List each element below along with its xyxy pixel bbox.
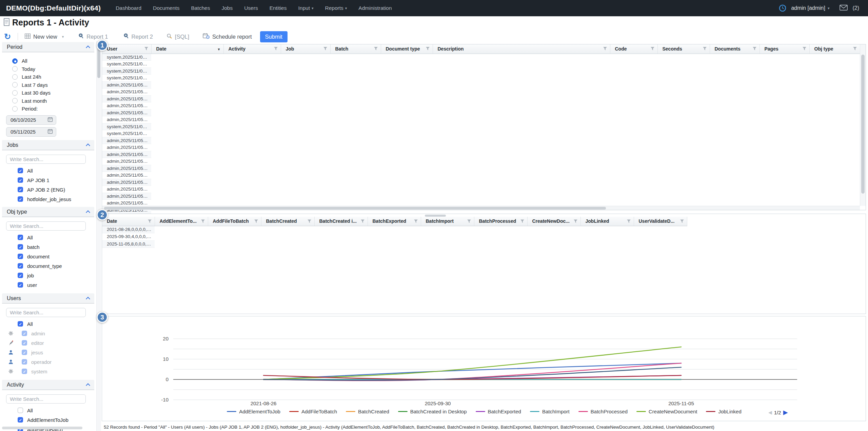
filter-icon[interactable] xyxy=(650,47,655,51)
column-header[interactable]: AddElementTo... xyxy=(155,217,208,226)
checkbox[interactable] xyxy=(18,417,23,423)
column-header[interactable]: BatchCreated i... xyxy=(314,217,368,226)
user-menu[interactable]: admin [admin] ▾ xyxy=(791,5,829,11)
jobs-filter-item[interactable]: All xyxy=(2,166,94,175)
filter-icon[interactable] xyxy=(144,47,149,51)
filter-icon[interactable] xyxy=(802,47,807,51)
checkbox[interactable] xyxy=(18,321,23,327)
table-row[interactable]: system,2025/11/05 11:23:38,BatchProcesse… xyxy=(102,130,860,137)
filter-icon[interactable] xyxy=(201,219,205,223)
filter-icon[interactable] xyxy=(603,47,607,51)
table-row[interactable]: 2021-08-26,0,0,0,0,0,0,0,0,2,0 xyxy=(102,226,687,233)
legend-item[interactable]: AddFileToBatch xyxy=(289,409,337,414)
filter-icon[interactable] xyxy=(307,219,312,223)
radio-button[interactable] xyxy=(12,74,18,80)
table-row[interactable]: admin,2025/11/05 11:26:02,AddElementToJo… xyxy=(102,95,860,102)
table-row[interactable]: system,2025/11/05 11:23:38,BatchProcesse… xyxy=(102,123,860,130)
activity-search-input[interactable] xyxy=(6,394,86,404)
nav-item[interactable]: Batches ▾ xyxy=(191,5,210,11)
obj-type-filter-item[interactable]: batch xyxy=(2,242,94,252)
obj-type-filter-item[interactable]: user xyxy=(2,280,94,290)
period-option[interactable]: Last 30 days xyxy=(2,89,94,97)
legend-item[interactable]: BatchImport xyxy=(530,409,570,414)
filter-icon[interactable] xyxy=(680,219,684,223)
users-filter-item[interactable]: jesus xyxy=(2,348,94,357)
calendar-icon[interactable] xyxy=(47,129,53,135)
chevron-up-icon[interactable] xyxy=(86,45,90,50)
jobs-filter-item[interactable]: AP JOB 1 xyxy=(2,175,94,185)
table-horizontal-scrollbar[interactable] xyxy=(102,206,860,210)
period-option[interactable]: All xyxy=(2,57,94,65)
filter-icon[interactable] xyxy=(853,47,857,51)
obj-type-filter-item[interactable]: job xyxy=(2,271,94,280)
legend-item[interactable]: BatchExported xyxy=(476,409,521,414)
table-row[interactable]: admin,2025/11/05 11:26:01,CreateNewDocum… xyxy=(102,102,860,110)
legend-item[interactable]: BatchProcessed xyxy=(578,409,628,414)
table-row[interactable]: admin,2025/11/05 11:26:02,CreateNewDocum… xyxy=(102,81,860,89)
obj-type-filter-item[interactable]: All xyxy=(2,233,94,242)
period-option[interactable]: Last month xyxy=(2,97,94,105)
period-option[interactable]: Last 24h xyxy=(2,73,94,81)
table-row[interactable]: admin,2025/11/05 11:26:02,CreateNewDocum… xyxy=(102,89,860,96)
table-row[interactable]: admin,2025/11/05 11:23:08,AddElementToJo… xyxy=(102,193,860,200)
schedule-report-button[interactable]: Schedule report xyxy=(203,33,252,40)
column-header[interactable]: BatchImport xyxy=(421,217,474,226)
period-option[interactable]: Today xyxy=(2,65,94,73)
submit-button[interactable]: Submit xyxy=(260,31,288,42)
table-row[interactable]: 2025-11-05,8,0,0,0,2,0,8,16,2,6 xyxy=(102,240,687,248)
scrollbar-thumb[interactable] xyxy=(104,207,606,210)
legend-item[interactable]: BatchCreated xyxy=(346,409,389,414)
checkbox[interactable] xyxy=(22,350,27,355)
period-section-header[interactable]: Period xyxy=(2,42,94,52)
filter-icon[interactable] xyxy=(752,47,757,51)
legend-next-icon[interactable]: ▶ xyxy=(783,409,788,416)
column-header[interactable]: Obj type ▼ xyxy=(809,44,860,54)
column-header[interactable]: User ▼ xyxy=(102,44,151,54)
column-header[interactable]: Pages ▼ xyxy=(760,44,809,54)
nav-item[interactable]: Dashboard ▾ xyxy=(116,5,141,11)
filter-icon[interactable] xyxy=(323,47,328,51)
table-row[interactable]: admin,2025/11/05 11:23:08,CreateNewDocum… xyxy=(102,179,860,186)
filter-icon[interactable] xyxy=(573,219,578,223)
checkbox[interactable] xyxy=(18,408,23,413)
filter-icon[interactable] xyxy=(254,219,258,223)
filter-icon[interactable] xyxy=(426,47,430,51)
chevron-up-icon[interactable] xyxy=(86,210,90,215)
period-option[interactable]: Last 7 days xyxy=(2,81,94,89)
radio-button[interactable] xyxy=(12,90,18,96)
filter-icon[interactable] xyxy=(467,219,471,223)
table-row[interactable]: admin,2025/11/05 11:23:08,CreateNewDocum… xyxy=(102,165,860,172)
table-row[interactable]: 2025-09-30,4,0,0,0,0,0,0,4,0,0 xyxy=(102,233,687,241)
table-row[interactable]: system,2025/11/05 11:40:06,BatchExported… xyxy=(102,61,860,68)
checkbox[interactable] xyxy=(22,340,27,346)
mail-icon[interactable] xyxy=(840,5,848,12)
chevron-up-icon[interactable] xyxy=(86,383,90,388)
column-header[interactable]: Document type ▼ xyxy=(381,44,433,54)
column-header[interactable]: JobLinked xyxy=(580,217,634,226)
filter-icon[interactable] xyxy=(360,219,365,223)
users-search-input[interactable] xyxy=(6,308,86,317)
column-header[interactable]: Date xyxy=(102,217,155,226)
column-header[interactable]: Code ▼ xyxy=(610,44,657,54)
report-1-button[interactable]: Report 1 xyxy=(78,33,108,40)
obj-type-filter-item[interactable]: document_type xyxy=(2,261,94,271)
history-icon[interactable] xyxy=(779,4,786,12)
filter-icon[interactable] xyxy=(374,47,378,51)
calendar-icon[interactable] xyxy=(47,117,53,123)
nav-item[interactable]: Documents ▾ xyxy=(153,5,179,11)
table-row[interactable]: admin,2025/11/05 11:26:01,CreateNewDocum… xyxy=(102,109,860,116)
nav-item[interactable]: Entities ▾ xyxy=(270,5,287,11)
table-row[interactable]: admin,2025/11/05 11:23:08,AddElementToJo… xyxy=(102,151,860,158)
obj-type-filter-item[interactable]: document xyxy=(2,252,94,261)
obj-type-search-input[interactable] xyxy=(6,221,86,231)
column-header[interactable]: BatchExported xyxy=(368,217,421,226)
nav-item[interactable]: Administration ▾ xyxy=(358,5,392,11)
checkbox[interactable] xyxy=(18,177,23,183)
activity-filter-item[interactable]: AddElementToJob xyxy=(2,415,94,425)
sidebar-scrollbar[interactable] xyxy=(96,41,101,431)
refresh-button[interactable]: ↻ xyxy=(4,33,11,40)
column-header[interactable]: BatchCreated xyxy=(261,217,314,226)
mail-count[interactable]: (2) xyxy=(852,5,859,11)
column-header[interactable]: BatchProcessed xyxy=(474,217,527,226)
checkbox[interactable] xyxy=(18,235,23,240)
